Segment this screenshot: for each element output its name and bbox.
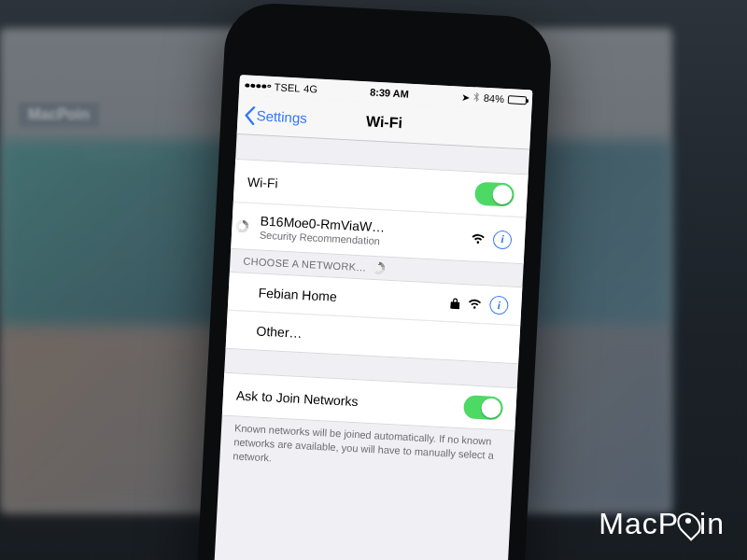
other-network-label: Other…: [239, 323, 303, 341]
wifi-signal-icon: [471, 232, 486, 245]
choose-network-header-label: Choose a Network…: [243, 256, 367, 273]
carrier-label: TSEL: [274, 81, 300, 93]
info-icon[interactable]: i: [489, 295, 509, 315]
connecting-spinner-icon: [235, 219, 249, 233]
watermark: MacP in: [599, 507, 725, 541]
wifi-toggle-group: Wi-Fi B16Moe0-RmViaW… Security Recommend…: [231, 159, 529, 263]
watermark-text-post: in: [699, 507, 725, 541]
info-icon[interactable]: i: [493, 230, 513, 249]
ask-to-join-toggle[interactable]: [463, 395, 503, 420]
wifi-signal-icon: [467, 298, 483, 310]
back-label: Settings: [256, 107, 307, 126]
location-icon: ➤: [461, 91, 471, 103]
available-networks-group: Febian Home i Other…: [226, 272, 523, 363]
iphone-frame: TSEL 4G 8:39 AM ➤ 84% Settings Wi-Fi: [193, 1, 553, 560]
ask-to-join-label: Ask to Join Networks: [236, 387, 359, 409]
status-time: 8:39 AM: [370, 86, 409, 99]
network-name: Febian Home: [241, 285, 337, 304]
lock-icon: [450, 297, 460, 310]
watermark-pin-icon: [679, 511, 699, 538]
scanning-spinner-icon: [372, 261, 386, 275]
iphone-screen: TSEL 4G 8:39 AM ➤ 84% Settings Wi-Fi: [214, 75, 532, 560]
wifi-toggle-switch[interactable]: [474, 182, 514, 207]
battery-percent: 84%: [484, 92, 505, 105]
status-left: TSEL 4G: [245, 79, 317, 94]
bluetooth-icon: [473, 91, 481, 104]
signal-strength-icon: [245, 83, 271, 89]
wifi-toggle-label: Wi-Fi: [247, 174, 278, 190]
back-button[interactable]: Settings: [243, 105, 307, 128]
watermark-text-pre: MacP: [599, 507, 679, 541]
status-right: ➤ 84%: [461, 91, 528, 106]
background-brand: MacPoin: [19, 103, 99, 127]
nav-title: Wi-Fi: [366, 113, 403, 132]
network-type-label: 4G: [303, 83, 317, 95]
battery-icon: [508, 95, 527, 105]
